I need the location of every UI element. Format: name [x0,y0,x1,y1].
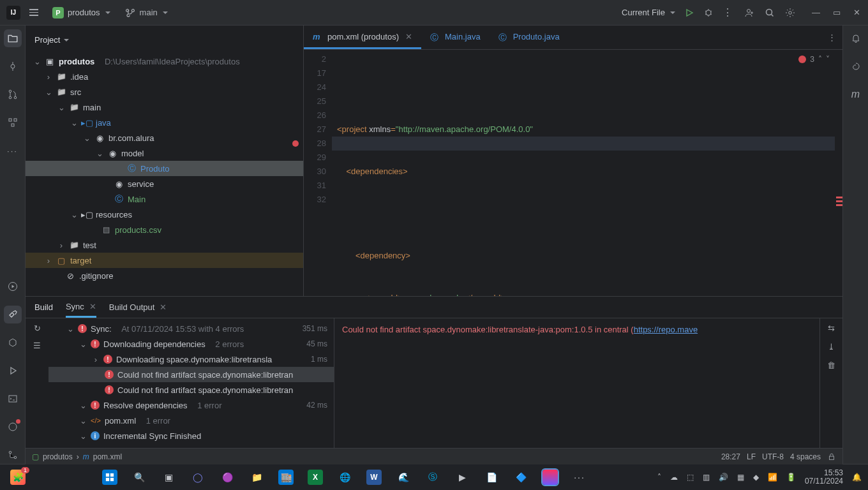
build-tree-row[interactable]: !Sync: At 07/11/2024 15:53 with 4 errors… [49,321,334,336]
tree-row-selected[interactable]: ⒸProduto [26,161,303,176]
build-tree-row[interactable]: !Could not find artifact space.dynomake:… [49,367,334,382]
taskbar-app-icon[interactable]: 🟣 [220,470,235,485]
tab-overflow-button[interactable]: ⋮ [821,26,842,49]
system-clock[interactable]: 15:53 07/11/2024 [805,469,843,486]
tree-row[interactable]: ▢target [26,253,303,268]
vcs-tool-button[interactable] [4,446,22,464]
project-panel-header[interactable]: Project [26,26,303,54]
scroll-to-end-button[interactable]: ⤓ [828,342,835,352]
intellij-taskbar-icon[interactable] [542,470,558,485]
more-tools-button[interactable]: ··· [4,142,22,160]
close-tab-button[interactable]: ✕ [89,302,96,311]
tray-icon[interactable]: ◆ [753,473,759,482]
tree-row[interactable]: ▸▢java [26,115,303,130]
tree-row[interactable]: ◉model [26,145,303,161]
tree-row[interactable]: .idea [26,69,303,84]
rerun-button[interactable]: ↻ [34,323,41,333]
close-tab-button[interactable]: ✕ [405,32,412,41]
tree-row[interactable]: main [26,100,303,115]
maven-tool-button[interactable]: m [847,85,865,103]
media-player-icon[interactable]: ▶ [454,470,470,485]
chrome-icon[interactable]: 🌐 [337,470,352,485]
file-explorer-icon[interactable]: 📁 [249,470,264,485]
tab-build-output[interactable]: Build Output✕ [109,302,167,312]
build-tree-row[interactable]: !Could not find artifact space.dynomake:… [49,382,334,397]
excel-icon[interactable]: X [308,470,323,485]
tray-icon[interactable]: ⬚ [687,473,694,482]
run-button[interactable] [684,8,694,18]
tree-row[interactable]: products.csv [26,222,303,237]
chevron-up-icon[interactable]: ˄ [818,52,822,66]
taskbar-search-button[interactable]: 🔍 [131,470,147,485]
close-tab-button[interactable]: ✕ [160,302,167,312]
taskbar-app-icon[interactable]: 🧩 [10,470,26,485]
taskbar-app-icon[interactable]: 🔷 [513,470,528,485]
tree-row-root[interactable]: ▣produtos D:\Users\famil\IdeaProjects\pr… [26,54,303,69]
skype-icon[interactable]: Ⓢ [425,470,440,485]
main-menu-button[interactable] [27,6,41,19]
collaborator-icon[interactable] [744,8,754,18]
tab-build[interactable]: Build [34,302,53,312]
breadcrumb[interactable]: ▢produtos › mpom.xml [32,452,122,461]
tree-row[interactable]: ◉br.com.alura [26,130,303,145]
tree-row[interactable]: ⊘.gitignore [26,268,303,283]
structure-tool-button[interactable] [4,114,22,131]
build-tree[interactable]: !Sync: At 07/11/2024 15:53 with 4 errors… [49,318,334,448]
task-view-button[interactable]: ▣ [161,470,176,485]
notifications-button[interactable] [847,29,865,47]
build-tree-row[interactable]: !Downloading dependencies 2 errors45 ms [49,336,334,352]
more-actions-button[interactable]: ⋮ [722,6,733,19]
window-minimize-button[interactable]: — [812,8,820,17]
project-tool-button[interactable] [4,29,22,47]
terminal-tool-button[interactable] [4,390,22,408]
soft-wrap-button[interactable]: ⇆ [828,323,835,333]
taskbar-app-icon[interactable]: 🏬 [278,470,294,485]
problems-tool-button[interactable] [4,418,22,436]
project-dropdown[interactable]: P produtos [47,5,116,20]
editor-content[interactable]: 3˄˅ <project xmlns="http://maven.apache.… [332,50,835,296]
filter-button[interactable]: ☰ [33,341,41,350]
search-everywhere-button[interactable] [765,8,775,18]
word-icon[interactable]: W [366,470,382,485]
onedrive-icon[interactable]: ☁ [670,473,678,482]
tray-chevron-up-icon[interactable]: ˄ [657,473,661,482]
tray-icon[interactable]: ▦ [737,473,744,482]
start-button[interactable] [102,470,117,485]
line-separator[interactable]: LF [747,452,756,461]
console-link[interactable]: https://repo.mave [634,325,698,334]
debug-button[interactable] [703,8,714,18]
tree-row[interactable]: ▸▢resources [26,207,303,222]
wifi-icon[interactable]: 📶 [768,473,777,482]
caret-position[interactable]: 28:27 [721,452,740,461]
chevron-down-icon[interactable]: ˅ [826,52,830,66]
inspection-widget[interactable]: 3˄˅ [798,52,830,66]
edge-icon[interactable]: 🌊 [396,470,411,485]
tree-row[interactable]: ⒸMain [26,191,303,207]
tab-pom-xml[interactable]: m pom.xml (produtos) ✕ [304,26,421,49]
notification-center-button[interactable]: 🔔 [852,473,862,482]
build-console[interactable]: Could not find artifact space.dynomake:l… [334,318,819,448]
tree-row[interactable]: ◉service [26,176,303,191]
debug-tool-button[interactable] [4,362,22,380]
commit-tool-button[interactable] [4,57,22,75]
build-tree-row[interactable]: !Resolve dependencies 1 error42 ms [49,397,334,413]
build-tree-row[interactable]: !Downloading space.dynomake:libretransla… [49,352,334,367]
notepad-icon[interactable]: 📄 [484,470,499,485]
settings-button[interactable] [785,8,795,18]
readonly-lock-icon[interactable] [827,452,836,461]
build-tree-row[interactable]: </>pom.xml 1 error [49,413,334,428]
tree-row[interactable]: test [26,237,303,253]
editor-minimap[interactable] [835,50,842,296]
window-maximize-button[interactable]: ▭ [833,8,841,17]
clear-button[interactable]: 🗑 [827,360,835,370]
run-config-dropdown[interactable]: Current File [622,8,675,17]
tray-icon[interactable]: ▥ [703,473,710,482]
window-close-button[interactable]: ✕ [853,8,860,17]
volume-icon[interactable]: 🔊 [719,473,728,482]
battery-icon[interactable]: 🔋 [786,473,796,482]
build-tree-row[interactable]: iIncremental Sync Finished [49,428,334,443]
indent-setting[interactable]: 4 spaces [790,452,821,461]
tab-sync[interactable]: Sync✕ [66,297,96,318]
taskbar-overflow-button[interactable]: ··· [572,470,587,485]
services-tool-button[interactable] [4,334,22,352]
